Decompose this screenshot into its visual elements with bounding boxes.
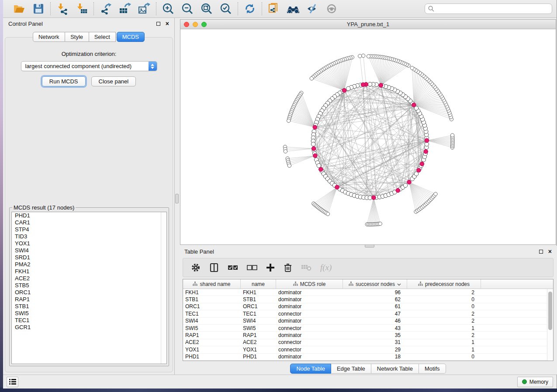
cell-MCDS-role[interactable]: connector — [276, 311, 343, 317]
tab-node-table[interactable]: Node Table — [290, 364, 331, 374]
zoom-fit-icon[interactable] — [200, 3, 213, 15]
import-network-icon[interactable] — [56, 3, 69, 15]
mcds-result-node[interactable]: STB1 — [12, 303, 166, 310]
mcds-result-node[interactable]: SWI4 — [12, 247, 166, 254]
export-table-icon[interactable] — [118, 3, 131, 15]
cell-name[interactable]: TEC1 — [241, 311, 276, 317]
cell-shared-name[interactable]: SWI4 — [183, 318, 241, 324]
refresh-icon[interactable] — [243, 3, 256, 15]
float-table-panel-icon[interactable] — [539, 250, 543, 254]
table-row[interactable]: TEC1TEC1connector472 — [183, 310, 547, 317]
open-session-icon[interactable] — [13, 3, 26, 15]
tab-motifs[interactable]: Motifs — [419, 364, 446, 374]
mcds-result-node[interactable]: STP4 — [12, 226, 166, 233]
cell-successor-nodes[interactable]: 18 — [343, 354, 407, 360]
table-row[interactable]: SWI4SWI4dominator462 — [183, 318, 547, 325]
column-header-MCDS-role[interactable]: MCDS role — [276, 279, 343, 289]
mcds-result-node[interactable]: YOX1 — [12, 240, 166, 247]
zoom-out-icon[interactable] — [181, 3, 194, 15]
mcds-result-node[interactable]: ACE2 — [12, 275, 166, 282]
mcds-result-node[interactable]: CAR1 — [12, 219, 166, 226]
cell-MCDS-role[interactable]: connector — [276, 339, 343, 345]
network-window-titlebar[interactable]: YPA_prune.txt_1 — [180, 20, 556, 29]
tab-style[interactable]: Style — [65, 32, 89, 42]
delete-column-trash-icon[interactable] — [284, 263, 292, 272]
cell-predecessor-nodes[interactable]: 2 — [407, 289, 481, 296]
table-row[interactable]: PHD1PHD1dominator180 — [183, 354, 547, 361]
cell-name[interactable]: YOX1 — [241, 347, 276, 353]
tab-select[interactable]: Select — [89, 32, 116, 42]
close-panel-button[interactable]: Close panel — [91, 76, 136, 86]
cell-successor-nodes[interactable]: 96 — [343, 289, 407, 296]
zoom-selected-icon[interactable] — [219, 3, 232, 15]
cell-shared-name[interactable]: TEC1 — [183, 311, 241, 317]
cell-shared-name[interactable]: ORC1 — [183, 303, 241, 309]
cell-name[interactable]: ORC1 — [241, 303, 276, 309]
cell-shared-name[interactable]: ACE2 — [183, 339, 241, 345]
cell-MCDS-role[interactable]: dominator — [276, 332, 343, 338]
cell-MCDS-role[interactable]: dominator — [276, 354, 343, 360]
float-panel-icon[interactable] — [156, 22, 160, 26]
export-network-icon[interactable] — [99, 3, 112, 15]
cell-name[interactable]: STB1 — [241, 296, 276, 303]
table-row[interactable]: YOX1YOX1connector291 — [183, 346, 547, 353]
cell-predecessor-nodes[interactable]: 2 — [407, 318, 481, 324]
cell-predecessor-nodes[interactable]: 0 — [407, 296, 481, 303]
table-row[interactable]: STB1STB1dominator620 — [183, 296, 547, 303]
cell-MCDS-role[interactable]: dominator — [276, 289, 343, 296]
splitter-handle[interactable] — [175, 194, 179, 203]
close-table-panel-icon[interactable]: × — [548, 248, 552, 254]
zoom-in-icon[interactable] — [162, 3, 175, 15]
cell-predecessor-nodes[interactable]: 2 — [407, 332, 481, 338]
search-input[interactable] — [436, 5, 549, 12]
cell-predecessor-nodes[interactable]: 1 — [407, 347, 481, 353]
column-header-predecessor-nodes[interactable]: predecessor nodes — [407, 279, 481, 289]
cell-successor-nodes[interactable]: 47 — [343, 311, 407, 317]
export-image-icon[interactable] — [138, 3, 151, 15]
cell-predecessor-nodes[interactable]: 0 — [407, 303, 481, 309]
cell-name[interactable]: SWI5 — [241, 325, 276, 331]
cell-successor-nodes[interactable]: 43 — [343, 325, 407, 331]
network-search-box[interactable] — [425, 3, 552, 14]
table-row[interactable]: FKH1FKH1dominator962 — [183, 289, 547, 296]
network-canvas[interactable] — [180, 29, 556, 244]
column-header-shared-name[interactable]: shared name — [183, 279, 241, 289]
cell-successor-nodes[interactable]: 31 — [343, 339, 407, 345]
cell-shared-name[interactable]: YOX1 — [183, 347, 241, 353]
run-mcds-button[interactable]: Run MCDS — [42, 76, 86, 86]
show-columns-icon[interactable] — [209, 263, 219, 272]
cell-shared-name[interactable]: STB1 — [183, 296, 241, 303]
cell-successor-nodes[interactable]: 35 — [343, 332, 407, 338]
select-all-columns-icon[interactable] — [228, 265, 238, 271]
task-history-button[interactable] — [7, 377, 18, 387]
cell-MCDS-role[interactable]: dominator — [276, 296, 343, 303]
mcds-result-node[interactable]: TEC1 — [12, 317, 166, 324]
cell-successor-nodes[interactable]: 46 — [343, 318, 407, 324]
cell-name[interactable]: RAP1 — [241, 332, 276, 338]
column-header-successor-nodes[interactable]: successor nodes — [343, 279, 407, 289]
cell-MCDS-role[interactable]: dominator — [276, 303, 343, 309]
criterion-dropdown[interactable]: largest connected component (undirected) — [21, 61, 157, 71]
cell-MCDS-role[interactable]: connector — [276, 347, 343, 353]
mcds-result-node[interactable]: RAP1 — [12, 296, 166, 303]
new-network-from-selection-icon[interactable] — [267, 3, 280, 15]
table-row[interactable]: ACE2ACE2connector311 — [183, 339, 547, 346]
table-scrollbar-thumb[interactable] — [548, 292, 552, 330]
cell-name[interactable]: FKH1 — [241, 289, 276, 296]
vertical-splitter[interactable] — [175, 18, 179, 375]
tab-mcds[interactable]: MCDS — [117, 32, 145, 42]
save-session-icon[interactable] — [32, 3, 45, 15]
cell-successor-nodes[interactable]: 62 — [343, 296, 407, 303]
table-row[interactable]: SWI5SWI5connector431 — [183, 325, 547, 332]
table-scrollbar[interactable] — [547, 289, 553, 361]
table-settings-gear-icon[interactable] — [191, 263, 201, 272]
tab-edge-table[interactable]: Edge Table — [331, 364, 371, 374]
tab-network-table[interactable]: Network Table — [371, 364, 419, 374]
hide-selected-icon[interactable] — [306, 3, 319, 15]
mcds-result-list[interactable]: PHD1CAR1STP4TID3YOX1SWI4SRD1PMA2FKH1ACE2… — [11, 212, 167, 364]
show-all-icon[interactable] — [325, 3, 338, 15]
cell-predecessor-nodes[interactable]: 0 — [407, 354, 481, 360]
cell-predecessor-nodes[interactable]: 1 — [407, 325, 481, 331]
mcds-result-node[interactable]: PHD1 — [12, 212, 166, 219]
table-row[interactable]: ORC1ORC1dominator610 — [183, 303, 547, 310]
